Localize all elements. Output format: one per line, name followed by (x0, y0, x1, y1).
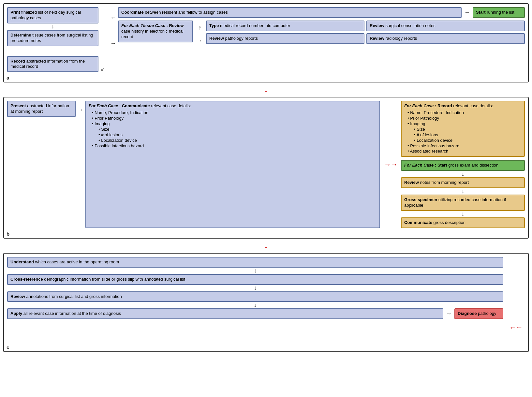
arrow-determine-to-tissue: → (110, 40, 116, 47)
print-bold: Print (10, 10, 20, 15)
coordinate-bold: Coordinate (121, 10, 144, 15)
box-review-ann: Review annotations from surgical list an… (7, 291, 503, 302)
box-review-rad: Review radiology reports (366, 33, 525, 44)
review-surg-text: surgical consultation notes (385, 23, 435, 28)
communicate-item-2: Prior Pathology (92, 116, 377, 121)
box-record-b: For Each Case : Record relevant case det… (401, 101, 525, 157)
review-path-text: pathology reports (225, 36, 258, 41)
arrow-coord-to-print: ← (110, 14, 116, 21)
box-gross-specimen: Gross specimen utilizing recorded case i… (401, 195, 525, 211)
present-bold: Present (10, 103, 26, 108)
start-gross-rest: gross exam and dissection (448, 163, 498, 168)
col-c-left: Understand which cases are active in the… (7, 257, 507, 342)
tissue-rest: case history in electronic medical recor… (121, 29, 184, 39)
arrow-b-to-c: ↓ (3, 241, 529, 250)
arrow-communicate-to-record: →→ (384, 160, 397, 169)
section-c: Understand which cases are active in the… (3, 253, 529, 352)
review-rad-bold: Review (370, 36, 384, 41)
box-communicate-gross: Communicate gross description (401, 217, 525, 228)
box-record: Record abstracted information from the m… (7, 56, 98, 72)
record-item-b-1: Name, Procedure, Indication (407, 110, 522, 116)
arrow-start-gross-to-review: ↓ (401, 171, 525, 177)
arrow-start-to-coord: ← (464, 9, 470, 16)
understand-bold: Understand (10, 259, 34, 264)
arrow-tissue-to-rev-path: → (197, 38, 202, 44)
record-for-each: For Each Case (404, 103, 434, 108)
right-grid: Type medical record number into computer… (206, 21, 525, 44)
print-text: finalized list of next day surgical path… (10, 10, 81, 20)
review-path-bold: Review (209, 36, 224, 41)
communicate-sub-1: Size (98, 127, 377, 132)
record-item-b-2: Prior Pathology (407, 116, 522, 121)
communicate-item-3: Imaging Size # of lesions Localization d… (92, 121, 377, 143)
section-c-label: c (7, 345, 9, 350)
communicate-rest: relevant case details: (151, 103, 191, 108)
record-item-b-5: Associated research (407, 149, 522, 154)
box-tissue-case: For Each Tissue Case : Review case histo… (118, 21, 193, 42)
record-bold: Record (10, 59, 25, 64)
box-apply: Apply all relevant case information at t… (7, 308, 443, 319)
review-ann-bold: Review (10, 294, 25, 299)
determine-bold: Determine (10, 33, 31, 37)
communicate-gross-text: gross description (434, 220, 466, 225)
arrow-crossref-to-review: ↓ (7, 285, 503, 291)
box-print: Print finalized list of next day surgica… (7, 7, 98, 23)
tissue-review-bold: : Review (167, 23, 184, 28)
review-notes-bold: Review (404, 180, 419, 185)
type-text: medical record number into computer (220, 23, 290, 28)
communicate-item-1: Name, Procedure, Indication (92, 110, 377, 116)
box-understand: Understand which cases are active in the… (7, 257, 503, 268)
arrow-tissue-to-type: ↗ (196, 24, 203, 32)
arrow-print-to-determine: ↓ (7, 23, 98, 30)
box-type: Type medical record number into computer (206, 21, 364, 31)
apply-bold: Apply (10, 311, 22, 316)
tissue-for-each: For Each Tissue Case (121, 23, 165, 28)
col-a-right: Coordinate between resident and fellow t… (118, 7, 525, 72)
communicate-list: Name, Procedure, Indication Prior Pathol… (89, 110, 377, 149)
arrow-present-to-communicate: → (76, 107, 85, 113)
arrow-to-record: ↙ (100, 66, 105, 72)
diagram: Print finalized list of next day surgica… (3, 3, 529, 352)
communicate-sub-list: Size # of lesions Localization device (92, 127, 377, 143)
understand-text: which cases are active in the operating … (35, 259, 119, 264)
diagnose-text: pathology (478, 311, 496, 316)
box-crossref: Cross-reference demographic information … (7, 274, 503, 285)
box-review-surg: Review surgical consultation notes (366, 21, 525, 31)
arrow-review-notes-to-gross: ↓ (401, 188, 525, 195)
communicate-bold: : Communicate (119, 103, 150, 108)
communicate-sub-3: Localization device (98, 138, 377, 143)
arrow-gross-to-c-left: ←← (509, 323, 522, 332)
coordinate-text: between resident and fellow to assign ca… (145, 10, 228, 15)
box-start: Start running the list (473, 7, 525, 18)
section-b: Present abstracted information at mornin… (3, 97, 529, 238)
review-rad-text: radiology reports (385, 36, 417, 41)
box-diagnose: Diagnose pathology (454, 308, 503, 319)
record-list-b: Name, Procedure, Indication Prior Pathol… (404, 110, 522, 154)
communicate-sub-2: # of lesions (98, 132, 377, 138)
communicate-for-each: For Each Case (89, 103, 118, 108)
start-gross-bold: : Start (435, 163, 447, 168)
record-item-b-4: Possible infectious hazard (407, 143, 522, 149)
col-a-left: Print finalized list of next day surgica… (7, 7, 98, 72)
record-sub-b-2: # of lesions (414, 132, 522, 138)
section-b-label: b (7, 231, 9, 237)
review-ann-text: annotations from surgical list and gross… (26, 294, 122, 299)
record-item-b-3: Imaging Size # of lesions Localization d… (407, 121, 522, 143)
arrow-review-to-apply: ↓ (7, 302, 503, 308)
review-notes-text: notes from morning report (420, 180, 469, 185)
arrow-gross-to-communicate: ↓ (401, 211, 525, 217)
record-bold-b: : Record (435, 103, 452, 108)
diagnose-bold: Diagnose (458, 311, 477, 316)
crossref-bold: Cross-reference (10, 277, 43, 282)
box-review-path: Review pathology reports (206, 33, 364, 44)
tissue-italic: For Each Tissue Case (121, 23, 165, 28)
section-a-label: a (7, 75, 9, 81)
communicate-gross-bold: Communicate (404, 220, 432, 225)
review-surg-bold: Review (370, 23, 384, 28)
box-present: Present abstracted information at mornin… (7, 101, 76, 117)
arrow-apply-to-diagnose: → (446, 310, 452, 317)
section-a: Print finalized list of next day surgica… (3, 3, 529, 82)
box-coordinate: Coordinate between resident and fellow t… (118, 7, 462, 18)
record-sub-b-3: Localization device (414, 138, 522, 143)
box-determine: Determine tissue cases from surgical lis… (7, 30, 98, 46)
